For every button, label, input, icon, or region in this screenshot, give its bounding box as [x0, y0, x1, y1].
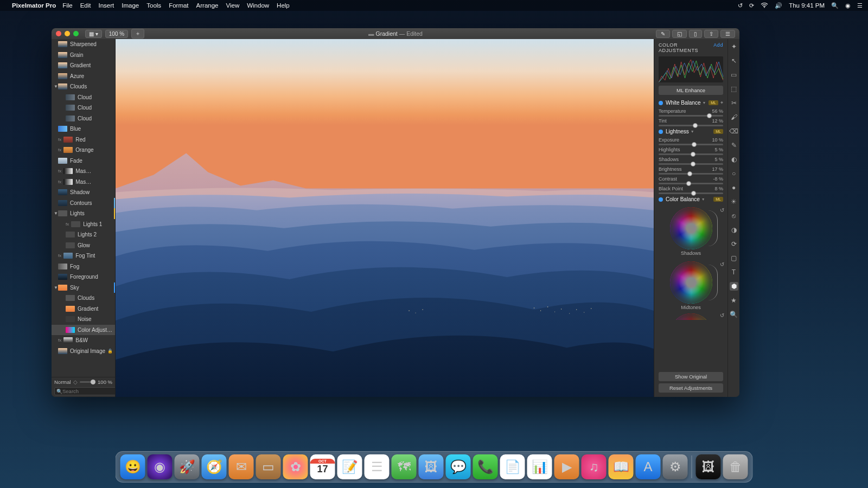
slider-brightness[interactable]: Brightness17 % [654, 165, 727, 175]
dock-app[interactable]: OCT17 [310, 454, 335, 479]
tool-item[interactable]: ⎋ [730, 211, 738, 220]
reset-icon[interactable]: ↺ [720, 261, 724, 267]
menu-edit[interactable]: Edit [80, 2, 91, 9]
section-color-balance[interactable]: Color Balance▼ ML [654, 195, 727, 204]
layer-row[interactable]: Sharpened [52, 39, 115, 50]
tool-item[interactable]: 🖌 [730, 113, 738, 121]
add-adjustment-button[interactable]: Add [713, 42, 723, 53]
tool-item[interactable]: ⌫ [730, 127, 738, 136]
window-minimize-button[interactable] [65, 31, 70, 36]
menu-file[interactable]: File [62, 2, 73, 9]
layer-row[interactable]: Original Image🔒 [52, 346, 115, 357]
menu-window[interactable]: Window [247, 2, 269, 9]
layer-row[interactable]: fxB&W [52, 335, 115, 346]
layer-row[interactable]: fxLights 1 [52, 219, 115, 230]
slider-black-point[interactable]: Black Point8 % [654, 185, 727, 195]
sidebar-toggle-button[interactable]: ☰ [720, 30, 735, 38]
layer-row[interactable]: Fade [52, 156, 115, 166]
dock-app[interactable]: 📝 [337, 454, 362, 479]
layer-row[interactable]: Noise [52, 314, 115, 325]
tool-item[interactable]: ★ [730, 296, 738, 305]
dock-app[interactable]: ▭ [256, 454, 281, 479]
dock-app[interactable]: ◉ [148, 454, 173, 479]
tool-item[interactable]: ⟳ [730, 240, 738, 248]
layer-row[interactable]: Fog [52, 261, 115, 272]
tool-item[interactable]: ○ [730, 169, 738, 178]
menu-image[interactable]: Image [122, 2, 139, 9]
layer-search-input[interactable] [54, 387, 116, 395]
tool-item[interactable]: ◑ [730, 226, 738, 234]
crop-tool-button[interactable]: ◱ [672, 30, 687, 38]
layer-row[interactable]: fxRed [52, 134, 115, 145]
tool-item[interactable]: ◐ [730, 155, 738, 164]
layer-row[interactable]: Lights 2 [52, 229, 115, 240]
volume-icon[interactable]: 🔊 [775, 2, 782, 9]
dock-app[interactable]: A [636, 454, 661, 479]
dock-app[interactable]: ✉ [229, 454, 254, 479]
tool-item[interactable]: ▢ [730, 254, 738, 262]
tool-item[interactable]: ⬢ [730, 282, 738, 291]
notification-center-icon[interactable]: ☰ [857, 2, 863, 9]
window-zoom-button[interactable] [73, 31, 79, 36]
page-button[interactable]: ▯ [689, 30, 702, 38]
color-wheel-highlights[interactable] [670, 313, 712, 320]
section-white-balance[interactable]: White Balance▼ ML⌖ [654, 98, 727, 107]
dock-app[interactable]: ⚙ [663, 454, 688, 479]
dock-app[interactable]: ☰ [365, 454, 390, 479]
dock-app[interactable]: 📄 [500, 454, 525, 479]
layer-row[interactable]: ▼Clouds [52, 81, 115, 92]
history-icon[interactable]: ↺ [738, 2, 743, 9]
show-original-button[interactable]: Show Original [659, 372, 723, 381]
layer-row[interactable]: Shadow [52, 187, 115, 198]
layer-row[interactable]: fxOrange [52, 145, 115, 156]
share-button[interactable]: ⇪ [704, 30, 718, 38]
layer-row[interactable]: Gradient [52, 60, 115, 71]
blend-mode[interactable]: Normal [54, 379, 71, 385]
reset-icon[interactable]: ↺ [720, 207, 724, 213]
layer-row[interactable]: Gradient [52, 304, 115, 314]
dock-app[interactable]: 🧭 [202, 454, 227, 479]
layer-row[interactable]: Contours [52, 198, 115, 209]
dock-app[interactable]: 😀 [120, 454, 145, 479]
layer-row[interactable]: Azure [52, 71, 115, 82]
dock-app[interactable]: 📊 [527, 454, 552, 479]
menu-format[interactable]: Format [169, 2, 188, 9]
menu-view[interactable]: View [226, 2, 239, 9]
opacity-slider[interactable] [80, 381, 95, 383]
menu-help[interactable]: Help [277, 2, 290, 9]
zoom-level[interactable]: 100 % [105, 30, 128, 38]
layer-row[interactable]: Grain [52, 50, 115, 61]
layer-row[interactable]: ▼Lights [52, 208, 115, 219]
tool-item[interactable]: ↖ [730, 56, 738, 65]
add-layer-button[interactable]: ＋ [131, 29, 144, 38]
layer-row[interactable]: fxFog Tint [52, 251, 115, 261]
dock-app[interactable]: 📖 [609, 454, 634, 479]
draw-tool-button[interactable]: ✎ [656, 30, 670, 38]
layer-row[interactable]: Cloud [52, 113, 115, 124]
layer-row[interactable]: Blue [52, 124, 115, 134]
menu-insert[interactable]: Insert [99, 2, 114, 9]
dock-app[interactable]: ♫ [582, 454, 607, 479]
dock-app[interactable]: 🖼 [419, 454, 444, 479]
layer-row[interactable]: Glow [52, 240, 115, 251]
window-close-button[interactable] [56, 31, 61, 36]
color-wheel-shadows[interactable]: ↺ [670, 207, 712, 249]
layer-row[interactable]: Foreground [52, 272, 115, 282]
slider-temperature[interactable]: Temperature56 % [654, 107, 727, 117]
slider-contrast[interactable]: Contrast-8 % [654, 175, 727, 185]
slider-highlights[interactable]: Highlights5 % [654, 146, 727, 156]
menu-arrange[interactable]: Arrange [196, 2, 219, 9]
layer-row[interactable]: ▼Sky [52, 282, 115, 293]
tool-item[interactable]: 🔍 [730, 310, 738, 319]
layer-row[interactable]: fxMas… [52, 166, 115, 177]
menu-tools[interactable]: Tools [146, 2, 161, 9]
tool-item[interactable]: ✂ [730, 99, 738, 107]
layer-row[interactable]: Cloud [52, 92, 115, 103]
dock-app[interactable]: 🚀 [175, 454, 200, 479]
color-wheel-midtones[interactable]: ↺ [670, 261, 712, 304]
section-lightness[interactable]: Lightness▼ ML [654, 127, 727, 136]
wifi-icon[interactable] [761, 3, 768, 8]
canvas[interactable] [116, 39, 654, 397]
dock-app[interactable]: ▶ [554, 454, 579, 479]
spotlight-icon[interactable]: 🔍 [831, 2, 839, 9]
